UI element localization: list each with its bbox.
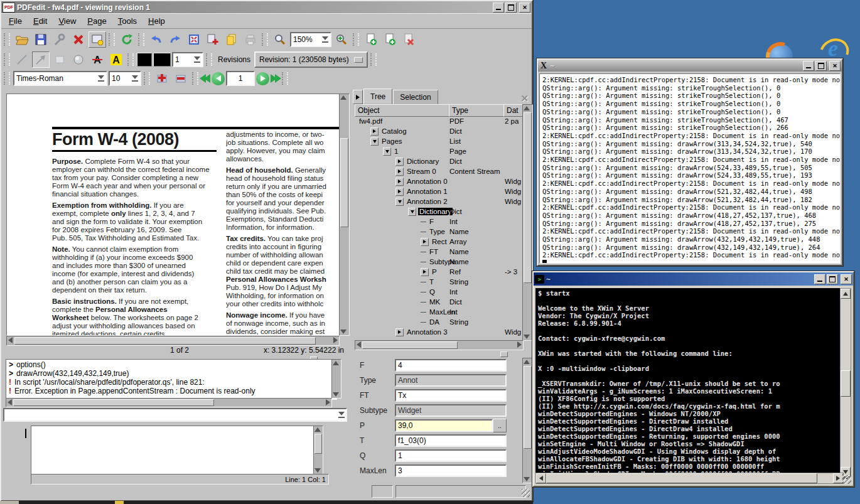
- append-page-button[interactable]: [381, 31, 399, 48]
- scroll-down-icon[interactable]: [524, 335, 530, 339]
- tree-item-label[interactable]: Type: [428, 228, 446, 235]
- maximize-button[interactable]: [827, 274, 838, 284]
- collapse-icon[interactable]: [383, 147, 391, 156]
- chevron-down-icon[interactable]: [132, 75, 138, 82]
- scroll-up-icon[interactable]: [340, 95, 347, 100]
- expand-icon[interactable]: [421, 238, 429, 246]
- maximize-button[interactable]: [505, 3, 517, 13]
- maximize-button[interactable]: [815, 61, 827, 71]
- menu-page[interactable]: Page: [82, 15, 111, 27]
- print-button[interactable]: [242, 31, 259, 48]
- property-field-t[interactable]: f1_03(0): [395, 434, 507, 447]
- tree-item-label[interactable]: Pages: [380, 137, 404, 145]
- insert-page-button[interactable]: [362, 31, 380, 48]
- cygwin-output[interactable]: $ startx Welcome to the XWin X ServerVen…: [535, 288, 847, 479]
- first-page-button[interactable]: [202, 74, 210, 83]
- scroll-left-button[interactable]: [536, 473, 546, 483]
- close-button[interactable]: ✕: [519, 3, 530, 13]
- tree-row[interactable]: CatalogDict: [355, 126, 522, 136]
- toolbar-handle[interactable]: [353, 33, 359, 46]
- toolbar-handle[interactable]: [127, 53, 134, 66]
- tree-row[interactable]: SubtypeName: [355, 257, 522, 267]
- tree-item-label[interactable]: Dictionary: [406, 158, 440, 165]
- scrollbar-thumb[interactable]: [524, 366, 532, 449]
- console-vertical-scrollbar[interactable]: [331, 359, 341, 399]
- fit-window-button[interactable]: [185, 31, 203, 48]
- expand-icon[interactable]: [395, 188, 404, 196]
- scrollbar-thumb[interactable]: [841, 370, 851, 397]
- toolbar-handle[interactable]: [370, 53, 377, 66]
- scroll-right-icon[interactable]: [333, 337, 338, 343]
- close-file-button[interactable]: [70, 31, 87, 48]
- tree-row[interactable]: DictionaryDict: [355, 156, 522, 166]
- tree-item-label[interactable]: Dictionary: [418, 208, 453, 215]
- toolbar-handle[interactable]: [192, 72, 198, 85]
- tree-item-label[interactable]: 1: [393, 147, 399, 155]
- expand-icon[interactable]: [395, 158, 404, 166]
- copy-page-button[interactable]: [223, 31, 240, 48]
- tree-item-label[interactable]: MK: [428, 298, 441, 306]
- tab-selection[interactable]: Selection: [393, 90, 438, 104]
- tree-row[interactable]: Annotation 2Widg: [355, 196, 522, 206]
- tree-item-label[interactable]: P: [431, 268, 438, 276]
- save-button[interactable]: [32, 31, 50, 48]
- tree-row[interactable]: Annotation 0Widg: [355, 176, 522, 186]
- tree-item-label[interactable]: Annotation 3: [406, 328, 449, 336]
- remove-page-button[interactable]: [400, 31, 417, 48]
- tab-scroll-button[interactable]: [353, 90, 363, 104]
- remove-text-button[interactable]: [172, 70, 190, 87]
- collapse-icon[interactable]: [370, 137, 379, 146]
- scroll-down-icon[interactable]: [524, 477, 530, 481]
- close-button[interactable]: ✕: [829, 61, 841, 71]
- strike-text-button[interactable]: A: [89, 51, 106, 68]
- reload-button[interactable]: [118, 31, 136, 48]
- expand-icon[interactable]: [370, 127, 379, 136]
- property-field-f[interactable]: 4: [395, 359, 507, 372]
- scrollbar-thumb[interactable]: [13, 399, 214, 406]
- scrollbar-thumb[interactable]: [14, 337, 316, 345]
- scroll-right-icon[interactable]: [517, 341, 522, 348]
- toolbar-handle[interactable]: [262, 33, 268, 46]
- open-file-button[interactable]: [13, 31, 31, 48]
- property-field-p[interactable]: 39,0: [395, 419, 493, 432]
- minimize-button[interactable]: [814, 274, 825, 284]
- expand-icon[interactable]: [421, 268, 429, 276]
- tree-horizontal-scrollbar[interactable]: [355, 340, 524, 350]
- properties-vertical-scrollbar[interactable]: [522, 358, 533, 483]
- script-editor[interactable]: [31, 426, 314, 475]
- console-horizontal-scrollbar[interactable]: [6, 398, 332, 407]
- tree-col-object[interactable]: Object: [355, 104, 455, 117]
- tree-row[interactable]: PagesList: [355, 136, 522, 146]
- sphere-tool-button[interactable]: [70, 51, 87, 68]
- cygwin-titlebar[interactable]: > ~ ✕: [534, 272, 853, 286]
- toolbar-handle[interactable]: [282, 72, 288, 85]
- tree-row[interactable]: DAString: [355, 317, 522, 327]
- page-vertical-scrollbar[interactable]: [339, 94, 350, 336]
- tree-item-label[interactable]: Annotation 2: [406, 198, 449, 205]
- last-page-button[interactable]: [271, 74, 279, 83]
- minimize-button[interactable]: [493, 3, 504, 13]
- scrollbar-thumb[interactable]: [314, 434, 322, 454]
- cygwin-horizontal-scrollbar[interactable]: [535, 473, 844, 484]
- pdfedit-titlebar[interactable]: PDF PDFedit - fw4.pdf - viewing revision…: [1, 1, 532, 13]
- editor-vertical-scrollbar[interactable]: [313, 426, 323, 475]
- add-object-button[interactable]: [204, 31, 222, 48]
- redo-button[interactable]: [166, 31, 184, 48]
- save-revision-button[interactable]: [89, 31, 106, 48]
- tree-vertical-scrollbar[interactable]: [522, 104, 533, 341]
- toolbar-handle[interactable]: [138, 33, 144, 46]
- line-tool-button[interactable]: [13, 51, 31, 68]
- tree-row[interactable]: Annotation 1Widg: [355, 186, 522, 196]
- toolbar-handle[interactable]: [144, 72, 150, 85]
- prev-page-button[interactable]: [212, 72, 225, 85]
- line-width-select[interactable]: 1: [172, 52, 203, 67]
- scrollbar-thumb[interactable]: [362, 341, 458, 349]
- minimize-button[interactable]: [803, 61, 814, 71]
- scroll-left-icon[interactable]: [8, 399, 12, 405]
- scroll-up-button[interactable]: [841, 289, 851, 299]
- collapse-icon[interactable]: [395, 198, 404, 206]
- command-input[interactable]: [3, 408, 347, 422]
- tree-row[interactable]: PRef-> 3: [355, 267, 522, 277]
- tree-item-label[interactable]: Annotation 0: [406, 178, 449, 185]
- tree-row[interactable]: 1Page: [355, 146, 522, 156]
